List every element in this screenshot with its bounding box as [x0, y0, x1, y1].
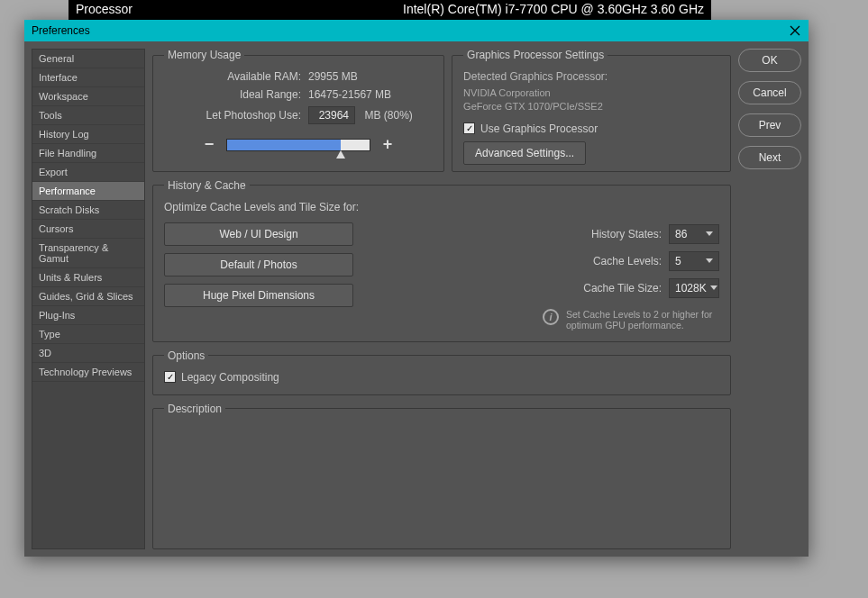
available-ram-value: 29955 MB — [308, 70, 433, 83]
sidebar-item-file-handling[interactable]: File Handling — [32, 144, 144, 163]
sidebar-item-tools[interactable]: Tools — [32, 106, 144, 125]
gpu-legend: Graphics Processor Settings — [463, 49, 608, 61]
history-cache-group: History & Cache Optimize Cache Levels an… — [152, 179, 731, 342]
sidebar-item-export[interactable]: Export — [32, 163, 144, 182]
cache-tile-label: Cache Tile Size: — [583, 282, 662, 294]
history-legend: History & Cache — [164, 179, 250, 192]
options-group: Options ✓ Legacy Compositing — [152, 349, 731, 395]
memory-decrease-button[interactable]: − — [201, 135, 217, 154]
ideal-range-label: Ideal Range: — [164, 88, 308, 101]
ok-button[interactable]: OK — [738, 49, 801, 72]
sidebar-item-type[interactable]: Type — [32, 325, 144, 344]
history-states-label: History States: — [591, 228, 662, 240]
history-left: Optimize Cache Levels and Tile Size for:… — [164, 201, 469, 331]
cache-tip-row: i Set Cache Levels to 2 or higher for op… — [485, 309, 719, 331]
ideal-range-value: 16475-21567 MB — [308, 88, 433, 101]
memory-legend: Memory Usage — [164, 49, 244, 61]
category-sidebar: GeneralInterfaceWorkspaceToolsHistory Lo… — [32, 49, 145, 549]
top-row: Memory Usage Available RAM: 29955 MB Ide… — [152, 49, 731, 172]
sidebar-item-general[interactable]: General — [32, 50, 144, 68]
sysinfo-value: Intel(R) Core(TM) i7-7700 CPU @ 3.60GHz … — [403, 2, 704, 18]
cache-tip-text: Set Cache Levels to 2 or higher for opti… — [566, 309, 719, 331]
description-legend: Description — [164, 403, 225, 415]
cache-tile-row: Cache Tile Size: 1028K — [485, 278, 719, 298]
use-gpu-checkbox[interactable]: ✓ Use Graphics Processor — [463, 122, 719, 135]
sidebar-item-units-rulers[interactable]: Units & Rulers — [32, 268, 144, 287]
let-use-input[interactable]: 23964 — [308, 106, 355, 124]
preset-huge-button[interactable]: Huge Pixel Dimensions — [164, 284, 353, 307]
titlebar: Preferences — [24, 20, 809, 41]
preset-web-button[interactable]: Web / UI Design — [164, 222, 353, 246]
gpu-info: NVIDIA Corporation GeForce GTX 1070/PCIe… — [463, 86, 719, 113]
legacy-compositing-label: Legacy Compositing — [181, 371, 279, 384]
sidebar-item-history-log[interactable]: History Log — [32, 125, 144, 144]
history-right: History States: 86 Cache Levels: 5 — [485, 201, 719, 331]
memory-usage-group: Memory Usage Available RAM: 29955 MB Ide… — [152, 49, 444, 172]
slider-thumb-icon[interactable] — [336, 150, 345, 159]
sidebar-item-interface[interactable]: Interface — [32, 68, 144, 87]
gpu-settings-group: Graphics Processor Settings Detected Gra… — [452, 49, 731, 172]
preferences-dialog: Preferences GeneralInterfaceWorkspaceToo… — [24, 20, 809, 557]
gpu-vendor: NVIDIA Corporation — [463, 86, 719, 100]
sidebar-item-workspace[interactable]: Workspace — [32, 87, 144, 106]
preset-default-button[interactable]: Default / Photos — [164, 253, 353, 276]
use-gpu-label: Use Graphics Processor — [480, 122, 598, 135]
background-sysinfo: Processor Intel(R) Core(TM) i7-7700 CPU … — [69, 0, 711, 20]
slider-fill — [227, 140, 341, 150]
prev-button[interactable]: Prev — [738, 113, 801, 137]
cache-tile-input[interactable]: 1028K — [669, 278, 719, 298]
sidebar-item-guides-grid-slices[interactable]: Guides, Grid & Slices — [32, 287, 144, 306]
memory-slider-row: − + — [164, 135, 433, 154]
dialog-title: Preferences — [32, 24, 90, 37]
memory-increase-button[interactable]: + — [379, 135, 396, 154]
cache-levels-row: Cache Levels: 5 — [485, 251, 719, 271]
sidebar-item-plug-ins[interactable]: Plug-Ins — [32, 306, 144, 325]
cache-levels-input[interactable]: 5 — [669, 251, 719, 271]
checkbox-checked-icon: ✓ — [463, 122, 475, 134]
sidebar-item-scratch-disks[interactable]: Scratch Disks — [32, 201, 144, 220]
options-legend: Options — [164, 349, 208, 362]
checkbox-checked-icon: ✓ — [164, 371, 176, 383]
close-icon[interactable] — [789, 24, 801, 37]
cache-tile-value: 1028K — [675, 282, 707, 294]
chevron-down-icon — [710, 285, 717, 290]
gpu-model: GeForce GTX 1070/PCIe/SSE2 — [463, 100, 719, 113]
cancel-button[interactable]: Cancel — [738, 81, 801, 104]
main-panel: Memory Usage Available RAM: 29955 MB Ide… — [152, 49, 731, 549]
info-icon: i — [543, 309, 559, 325]
sidebar-item-3d[interactable]: 3D — [32, 344, 144, 363]
next-button[interactable]: Next — [738, 146, 801, 169]
history-states-value: 86 — [675, 228, 687, 240]
description-group: Description — [152, 403, 731, 549]
cache-levels-label: Cache Levels: — [593, 255, 662, 267]
history-states-row: History States: 86 — [485, 224, 719, 244]
memory-grid: Available RAM: 29955 MB Ideal Range: 164… — [164, 70, 433, 124]
optimize-label: Optimize Cache Levels and Tile Size for: — [164, 201, 469, 213]
let-use-value-wrap: 23964 MB (80%) — [308, 106, 433, 124]
sysinfo-key: Processor — [76, 2, 132, 18]
legacy-compositing-checkbox[interactable]: ✓ Legacy Compositing — [164, 371, 719, 384]
chevron-down-icon — [706, 258, 713, 263]
cache-levels-value: 5 — [675, 255, 681, 267]
sidebar-item-technology-previews[interactable]: Technology Previews — [32, 363, 144, 382]
let-use-label: Let Photoshop Use: — [164, 109, 308, 122]
history-content: Optimize Cache Levels and Tile Size for:… — [164, 201, 719, 331]
available-ram-label: Available RAM: — [164, 70, 308, 83]
let-use-unit: MB (80%) — [364, 109, 412, 122]
advanced-settings-button[interactable]: Advanced Settings... — [463, 141, 586, 165]
sidebar-item-cursors[interactable]: Cursors — [32, 220, 144, 239]
detected-gpu-label: Detected Graphics Processor: — [463, 70, 719, 83]
sidebar-item-performance[interactable]: Performance — [32, 182, 144, 201]
chevron-down-icon — [706, 231, 713, 236]
sidebar-item-transparency-gamut[interactable]: Transparency & Gamut — [32, 239, 144, 268]
history-states-input[interactable]: 86 — [669, 224, 719, 244]
dialog-body: GeneralInterfaceWorkspaceToolsHistory Lo… — [24, 41, 809, 557]
dialog-buttons: OK Cancel Prev Next — [738, 49, 801, 549]
memory-slider[interactable] — [226, 139, 370, 151]
